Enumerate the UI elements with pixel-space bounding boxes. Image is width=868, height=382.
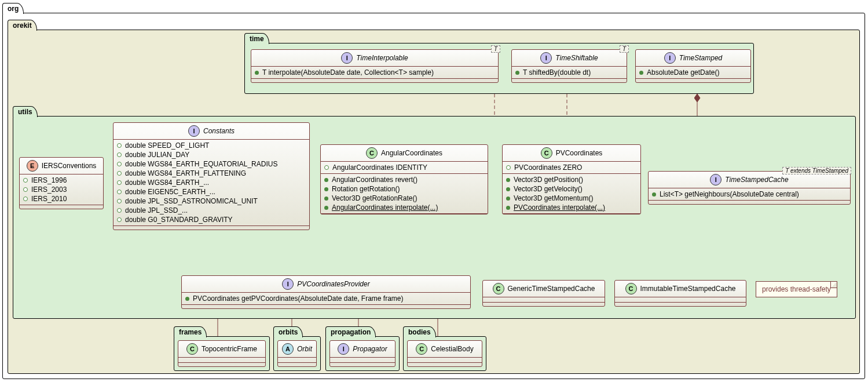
field-icon	[506, 165, 511, 170]
class-constants: IConstants double SPEED_OF_LIGHT double …	[113, 122, 310, 230]
class-name: Propagator	[353, 345, 387, 353]
method: Rotation getRotation()	[332, 185, 400, 193]
stereotype-class-icon: C	[625, 283, 637, 294]
field: AngularCoordinates IDENTITY	[332, 163, 427, 172]
static-method: PVCoordinates interpolate(...)	[514, 203, 605, 212]
class-propagator: IPropagator	[329, 340, 395, 367]
class-name: Orbit	[297, 345, 312, 353]
package-tab-org: org	[2, 3, 24, 14]
stereotype-class-icon: C	[493, 283, 504, 294]
field: double JPL_SSD_ASTRONOMICAL_UNIT	[125, 197, 258, 205]
class-angularcoordinates: CAngularCoordinates AngularCoordinates I…	[320, 144, 488, 214]
enum-value: IERS_2010	[31, 195, 67, 203]
class-name: TimeInterpolable	[356, 54, 408, 62]
class-generictimestampedcache: CGenericTimeStampedCache	[482, 280, 605, 307]
class-pvcoordinates: CPVCoordinates PVCoordinates ZERO Vector…	[502, 144, 641, 214]
generic-param: T extends TimeStamped	[782, 167, 851, 174]
field-icon	[324, 165, 329, 170]
stereotype-class-icon: C	[366, 147, 378, 159]
stereotype-interface-icon: I	[341, 52, 353, 64]
package-tab-bodies: bodies	[403, 326, 436, 337]
visibility-public-icon	[515, 71, 519, 75]
method: Vector3D getMomentum()	[514, 194, 593, 202]
class-timestamped: ITimeStamped AbsoluteDate getDate()	[635, 49, 751, 83]
package-utils: utils EIERSConventions IERS_1996 IERS_20…	[13, 116, 856, 319]
field: double WGS84_EARTH_EQUATORIAL_RADIUS	[125, 160, 277, 168]
stereotype-interface-icon: I	[282, 278, 294, 290]
enum-constant-icon	[23, 197, 28, 201]
enum-constant-icon	[23, 187, 28, 192]
generic-param: T	[491, 45, 500, 53]
field: double WGS84_EARTH_FLATTENING	[125, 169, 246, 177]
field-icon	[117, 217, 122, 222]
class-timestampedcache: T extends TimeStamped ITimeStampedCache …	[648, 171, 851, 205]
class-name: TimeShiftable	[555, 54, 598, 62]
stereotype-enum-icon: E	[27, 160, 38, 172]
generic-param: T	[620, 45, 629, 53]
field-icon	[117, 190, 122, 194]
class-pvcoordinatesprovider: IPVCoordinatesProvider PVCoordinates get…	[181, 275, 471, 309]
package-frames: frames CTopocentricFrame	[174, 336, 270, 371]
class-name: CelestialBody	[431, 345, 473, 353]
visibility-public-icon	[506, 178, 510, 182]
class-name: PVCoordinatesProvider	[297, 280, 369, 288]
visibility-public-icon	[324, 197, 328, 201]
package-time: time T ITimeInterpolable T interpolate(A…	[244, 43, 754, 94]
enum-constant-icon	[23, 178, 28, 183]
package-bodies: bodies CCelestialBody	[403, 336, 486, 371]
field-icon	[117, 171, 122, 176]
stereotype-class-icon: C	[186, 343, 198, 355]
package-tab-utils: utils	[13, 106, 38, 117]
visibility-public-icon	[652, 192, 656, 197]
visibility-public-icon	[324, 178, 328, 182]
class-celestialbody: CCelestialBody	[407, 340, 482, 367]
visibility-public-icon	[324, 187, 328, 191]
class-immutabletimestampedcache: CImmutableTimeStampedCache	[614, 280, 746, 307]
package-org: org orekit	[2, 13, 865, 379]
package-orbits: orbits AOrbit	[273, 336, 321, 371]
class-timeshiftable: T ITimeShiftable T shiftedBy(double dt)	[511, 49, 627, 83]
class-topocentricframe: CTopocentricFrame	[178, 340, 266, 367]
visibility-public-icon	[506, 187, 510, 191]
class-name: ImmutableTimeStampedCache	[640, 285, 736, 293]
class-name: TopocentricFrame	[202, 345, 257, 353]
method: Vector3D getPosition()	[514, 176, 583, 184]
package-tab-propagation: propagation	[325, 326, 376, 337]
stereotype-class-icon: C	[541, 147, 552, 159]
method: PVCoordinates getPVCoordinates(AbsoluteD…	[193, 294, 404, 303]
visibility-public-icon	[185, 297, 189, 301]
class-name: TimeStampedCache	[725, 176, 788, 184]
class-timeinterpolable: T ITimeInterpolable T interpolate(Absolu…	[251, 49, 499, 83]
field: double JULIAN_DAY	[125, 151, 189, 159]
method: T shiftedBy(double dt)	[523, 68, 591, 77]
stereotype-interface-icon: I	[188, 125, 200, 137]
field: double WGS84_EARTH_...	[125, 179, 209, 187]
field-icon	[117, 180, 122, 185]
stereotype-interface-icon: I	[710, 174, 721, 185]
field-icon	[117, 143, 122, 148]
field: PVCoordinates ZERO	[514, 163, 582, 172]
class-name: PVCoordinates	[556, 149, 603, 157]
method: T interpolate(AbsoluteDate date, Collect…	[262, 68, 434, 77]
visibility-public-icon	[506, 197, 510, 201]
enum-value: IERS_1996	[31, 176, 67, 184]
package-propagation: propagation IPropagator	[325, 336, 400, 371]
stereotype-class-icon: C	[416, 343, 427, 355]
visibility-public-icon	[506, 206, 510, 210]
field-icon	[117, 199, 122, 203]
method: Vector3D getVelocity()	[514, 185, 583, 193]
method: AngularCoordinates revert()	[332, 176, 417, 184]
package-orekit: orekit	[8, 30, 860, 374]
field: double G0_STANDARD_GRAVITY	[125, 216, 233, 224]
note-thread-safety: provides thread-safety	[756, 281, 837, 297]
visibility-public-icon	[324, 206, 328, 210]
class-iersconventions: EIERSConventions IERS_1996 IERS_2003 IER…	[19, 157, 104, 209]
class-name: IERSConventions	[42, 162, 97, 170]
visibility-public-icon	[255, 71, 259, 75]
stereotype-abstract-icon: A	[282, 343, 294, 355]
stereotype-interface-icon: I	[338, 343, 349, 355]
field-icon	[117, 152, 122, 157]
field: double JPL_SSD_...	[125, 206, 188, 214]
package-tab-time: time	[244, 33, 269, 44]
class-name: AngularCoordinates	[381, 149, 442, 157]
